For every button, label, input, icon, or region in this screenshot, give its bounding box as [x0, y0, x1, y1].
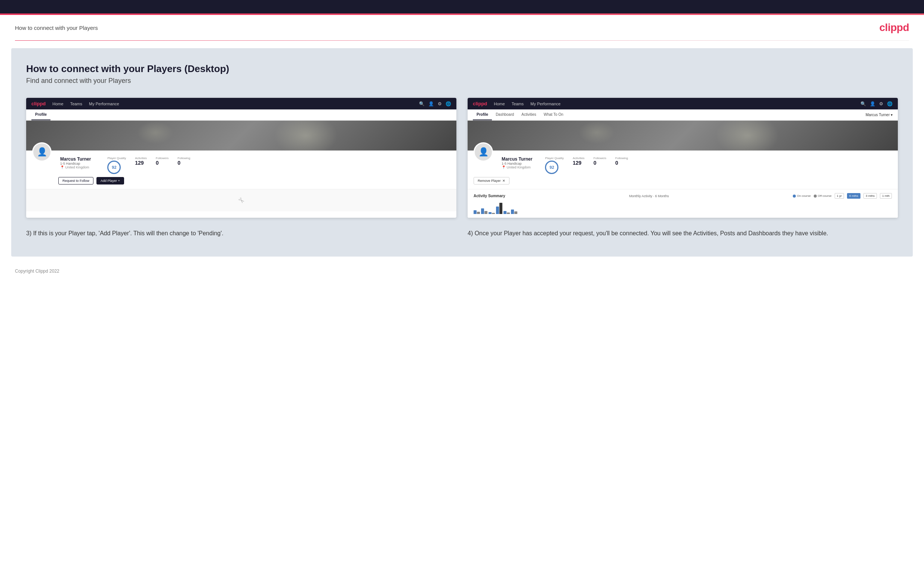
- legend-off-course-label: Off course: [818, 194, 832, 198]
- settings-icon-left[interactable]: ⚙: [438, 101, 442, 106]
- profile-actions-left: Request to Follow Add Player +: [58, 177, 451, 184]
- avatar-icon-right: 👤: [478, 147, 489, 157]
- app-hero-overlay-right: [468, 121, 898, 150]
- legend-dot-on-course: [793, 195, 796, 198]
- app-bottom-left: ✂: [26, 189, 456, 211]
- screenshots-row: clippd Home Teams My Performance 🔍 👤 ⚙ 🌐…: [26, 98, 898, 218]
- mock-app-left: clippd Home Teams My Performance 🔍 👤 ⚙ 🌐…: [26, 98, 456, 211]
- add-player-button-left[interactable]: Add Player +: [97, 177, 124, 184]
- search-icon-right[interactable]: 🔍: [861, 101, 866, 106]
- follow-button-left[interactable]: Request to Follow: [58, 177, 94, 184]
- brand-logo: clippd: [880, 22, 909, 34]
- activity-header: Activity Summary Monthly Activity · 6 Mo…: [473, 193, 892, 199]
- settings-icon-right[interactable]: ⚙: [879, 101, 883, 106]
- quality-label-left: Player Quality: [107, 156, 126, 160]
- app-tabs-right: Profile Dashboard Activities What To On …: [468, 110, 898, 121]
- chart-group-4: [496, 203, 502, 214]
- chart-group-6: [511, 210, 517, 214]
- legend-on-course-label: On course: [797, 194, 811, 198]
- nav-performance-right: My Performance: [530, 102, 561, 106]
- activity-title: Activity Summary: [473, 194, 505, 198]
- search-icon-left[interactable]: 🔍: [419, 101, 425, 106]
- legend-off-course: Off course: [814, 194, 832, 198]
- app-nav-logo-right: clippd: [473, 101, 487, 106]
- bar-on-5: [504, 211, 506, 214]
- avatar-icon-left: 👤: [37, 147, 47, 157]
- quality-circle-left: 92: [107, 161, 121, 174]
- app-nav-left: clippd Home Teams My Performance 🔍 👤 ⚙ 🌐: [26, 98, 456, 110]
- bar-on-6: [511, 210, 514, 214]
- period-1mth[interactable]: 1 mth: [880, 193, 892, 199]
- player-location-right: 📍 United Kingdom: [502, 166, 532, 169]
- main-subheading: Find and connect with your Players: [26, 77, 898, 85]
- remove-player-button-right[interactable]: Remove Player ✕: [473, 177, 509, 184]
- bar-off-2: [485, 211, 488, 214]
- chart-group-5: [504, 211, 510, 214]
- quality-label-right: Player Quality: [545, 156, 564, 160]
- app-hero-overlay-left: [26, 121, 456, 150]
- avatar-left: 👤: [32, 142, 52, 162]
- following-label-left: Following: [178, 156, 190, 160]
- player-location-left: 📍 United Kingdom: [60, 166, 91, 169]
- player-handicap-right: 1-5 Handicap: [502, 162, 532, 166]
- legend-dot-off-course: [814, 195, 817, 198]
- avatar-right: 👤: [473, 142, 493, 162]
- following-value-right: 0: [615, 160, 628, 166]
- chart-group-3: [489, 212, 495, 214]
- caption-4-text: 4) Once your Player has accepted your re…: [468, 230, 828, 236]
- bar-off-3: [492, 213, 495, 214]
- activity-period: Monthly Activity · 6 Months: [629, 194, 669, 198]
- nav-performance-left: My Performance: [89, 102, 119, 106]
- bar-off-1: [477, 212, 480, 214]
- nav-home-left: Home: [52, 102, 63, 106]
- tab-profile-right[interactable]: Profile: [473, 110, 492, 120]
- bar-on-1: [473, 210, 477, 214]
- caption-3-text: 3) If this is your Player tap, 'Add Play…: [26, 230, 223, 236]
- app-nav-right: clippd Home Teams My Performance 🔍 👤 ⚙ 🌐: [468, 98, 898, 110]
- activities-value-right: 129: [573, 160, 585, 166]
- app-hero-left: [26, 121, 456, 150]
- bar-off-6: [514, 211, 517, 214]
- app-nav-icons-right: 🔍 👤 ⚙ 🌐: [861, 101, 893, 106]
- bar-on-4: [496, 206, 499, 214]
- followers-label-left: Followers: [156, 156, 169, 160]
- activities-value-left: 129: [135, 160, 147, 166]
- player-handicap-left: 1-5 Handicap: [60, 162, 91, 166]
- followers-value-right: 0: [594, 160, 606, 166]
- followers-label-right: Followers: [594, 156, 606, 160]
- app-hero-right: [468, 121, 898, 150]
- activities-label-right: Activities: [573, 156, 585, 160]
- bar-on-2: [481, 208, 484, 214]
- period-3mths[interactable]: 3 mths: [863, 193, 877, 199]
- main-content: How to connect with your Players (Deskto…: [11, 48, 913, 256]
- user-icon-right[interactable]: 👤: [870, 101, 876, 106]
- legend-on-course: On course: [793, 194, 811, 198]
- bar-off-4: [499, 203, 502, 214]
- app-tabs-left: Profile: [26, 110, 456, 121]
- globe-icon-right[interactable]: 🌐: [887, 101, 893, 106]
- top-bar: [0, 0, 924, 13]
- bar-on-3: [489, 212, 491, 214]
- globe-icon-left[interactable]: 🌐: [446, 101, 451, 106]
- app-tabs-right-tabs: Profile Dashboard Activities What To On: [473, 110, 567, 120]
- tab-what-to-on-right[interactable]: What To On: [540, 110, 567, 120]
- breadcrumb: How to connect with your Players: [15, 25, 98, 31]
- followers-value-left: 0: [156, 160, 169, 166]
- mock-app-right: clippd Home Teams My Performance 🔍 👤 ⚙ 🌐…: [468, 98, 898, 218]
- tab-profile-left[interactable]: Profile: [31, 110, 50, 120]
- chart-group-1: [473, 210, 480, 214]
- player-dropdown-right[interactable]: Marcus Turner ▾: [866, 113, 893, 117]
- page-footer: Copyright Clippd 2022: [0, 264, 924, 278]
- page-header: How to connect with your Players clippd: [0, 15, 924, 40]
- remove-player-label: Remove Player: [478, 179, 501, 183]
- app-nav-logo-left: clippd: [31, 101, 45, 106]
- user-icon-left[interactable]: 👤: [428, 101, 434, 106]
- tab-activities-right[interactable]: Activities: [518, 110, 540, 120]
- bar-off-5: [507, 213, 510, 214]
- tab-dashboard-right[interactable]: Dashboard: [492, 110, 518, 120]
- app-profile-left: 👤 Marcus Turner 1-5 Handicap 📍 United Ki…: [26, 150, 456, 189]
- main-heading: How to connect with your Players (Deskto…: [26, 63, 898, 75]
- period-6mths[interactable]: 6 mths: [847, 193, 861, 199]
- period-1yr[interactable]: 1 yr: [835, 193, 844, 199]
- remove-icon: ✕: [502, 179, 506, 183]
